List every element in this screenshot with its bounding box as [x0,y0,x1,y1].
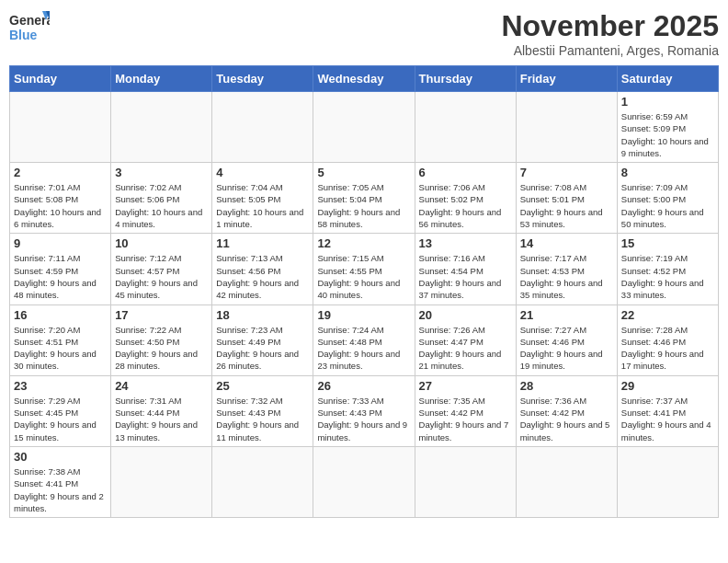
calendar-cell: 9Sunrise: 7:11 AM Sunset: 4:59 PM Daylig… [10,234,111,304]
calendar-cell: 5Sunrise: 7:05 AM Sunset: 5:04 PM Daylig… [313,163,415,234]
day-info: Sunrise: 7:23 AM Sunset: 4:49 PM Dayligh… [216,324,309,373]
day-info: Sunrise: 7:24 AM Sunset: 4:48 PM Dayligh… [317,324,410,373]
calendar-cell: 27Sunrise: 7:35 AM Sunset: 4:42 PM Dayli… [415,375,516,446]
calendar-cell [617,446,718,517]
calendar-cell [111,92,212,163]
calendar-cell: 11Sunrise: 7:13 AM Sunset: 4:56 PM Dayli… [212,234,313,304]
day-info: Sunrise: 7:09 AM Sunset: 5:00 PM Dayligh… [621,181,714,230]
calendar-cell: 1Sunrise: 6:59 AM Sunset: 5:09 PM Daylig… [617,92,718,163]
day-info: Sunrise: 7:02 AM Sunset: 5:06 PM Dayligh… [115,181,208,230]
day-number: 7 [520,166,613,179]
day-info: Sunrise: 7:29 AM Sunset: 4:45 PM Dayligh… [14,395,107,443]
calendar-week-row: 9Sunrise: 7:11 AM Sunset: 4:59 PM Daylig… [10,234,719,304]
day-info: Sunrise: 7:38 AM Sunset: 4:41 PM Dayligh… [14,465,107,514]
day-info: Sunrise: 7:20 AM Sunset: 4:51 PM Dayligh… [14,324,107,373]
day-info: Sunrise: 7:32 AM Sunset: 4:43 PM Dayligh… [216,395,309,443]
col-header-sunday: Sunday [10,66,111,92]
day-number: 14 [520,236,613,250]
calendar-cell: 22Sunrise: 7:28 AM Sunset: 4:46 PM Dayli… [617,304,718,375]
calendar-cell: 26Sunrise: 7:33 AM Sunset: 4:43 PM Dayli… [313,375,415,446]
calendar-cell: 17Sunrise: 7:22 AM Sunset: 4:50 PM Dayli… [111,304,212,375]
day-number: 11 [216,236,309,250]
day-info: Sunrise: 7:01 AM Sunset: 5:08 PM Dayligh… [14,181,107,230]
calendar-cell: 24Sunrise: 7:31 AM Sunset: 4:44 PM Dayli… [111,375,212,446]
calendar-cell: 18Sunrise: 7:23 AM Sunset: 4:49 PM Dayli… [212,304,313,375]
day-number: 30 [14,450,107,464]
col-header-tuesday: Tuesday [212,66,313,92]
day-number: 23 [14,379,107,393]
day-number: 13 [419,236,512,250]
day-number: 10 [115,236,208,250]
day-info: Sunrise: 7:26 AM Sunset: 4:47 PM Dayligh… [419,324,512,373]
day-number: 21 [520,308,613,322]
day-info: Sunrise: 7:06 AM Sunset: 5:02 PM Dayligh… [419,181,512,230]
calendar-cell: 28Sunrise: 7:36 AM Sunset: 4:42 PM Dayli… [516,375,617,446]
calendar-cell [313,446,415,517]
calendar-cell: 4Sunrise: 7:04 AM Sunset: 5:05 PM Daylig… [212,163,313,234]
day-number: 22 [621,308,714,322]
day-number: 20 [419,308,512,322]
day-number: 25 [216,379,309,393]
calendar-header-row: SundayMondayTuesdayWednesdayThursdayFrid… [10,66,719,92]
day-number: 3 [115,166,208,179]
calendar-cell: 13Sunrise: 7:16 AM Sunset: 4:54 PM Dayli… [415,234,516,304]
calendar-cell: 14Sunrise: 7:17 AM Sunset: 4:53 PM Dayli… [516,234,617,304]
day-number: 5 [317,166,410,179]
day-info: Sunrise: 7:19 AM Sunset: 4:52 PM Dayligh… [621,252,714,301]
day-info: Sunrise: 6:59 AM Sunset: 5:09 PM Dayligh… [621,110,714,159]
day-info: Sunrise: 7:28 AM Sunset: 4:46 PM Dayligh… [621,324,714,373]
calendar-cell [111,446,212,517]
day-info: Sunrise: 7:15 AM Sunset: 4:55 PM Dayligh… [317,252,410,301]
day-number: 2 [14,166,107,179]
calendar-cell: 8Sunrise: 7:09 AM Sunset: 5:00 PM Daylig… [617,163,718,234]
day-number: 18 [216,308,309,322]
page-header: General Blue November 2025 Albestii Pama… [9,9,719,58]
calendar-cell: 7Sunrise: 7:08 AM Sunset: 5:01 PM Daylig… [516,163,617,234]
calendar-cell [516,446,617,517]
calendar-cell [313,92,415,163]
logo: General Blue [9,9,50,44]
day-info: Sunrise: 7:33 AM Sunset: 4:43 PM Dayligh… [317,395,410,443]
day-number: 6 [419,166,512,179]
calendar-week-row: 1Sunrise: 6:59 AM Sunset: 5:09 PM Daylig… [10,92,719,163]
day-number: 17 [115,308,208,322]
day-info: Sunrise: 7:22 AM Sunset: 4:50 PM Dayligh… [115,324,208,373]
day-number: 29 [621,379,714,393]
col-header-monday: Monday [111,66,212,92]
calendar-week-row: 16Sunrise: 7:20 AM Sunset: 4:51 PM Dayli… [10,304,719,375]
calendar-cell: 3Sunrise: 7:02 AM Sunset: 5:06 PM Daylig… [111,163,212,234]
day-number: 9 [14,236,107,250]
calendar-cell: 10Sunrise: 7:12 AM Sunset: 4:57 PM Dayli… [111,234,212,304]
month-title: November 2025 [501,9,719,43]
day-number: 8 [621,166,714,179]
logo-container: General Blue [9,9,50,44]
logo-svg: General Blue [9,9,50,44]
calendar-cell [212,92,313,163]
calendar-cell: 30Sunrise: 7:38 AM Sunset: 4:41 PM Dayli… [10,446,111,517]
col-header-thursday: Thursday [415,66,516,92]
day-info: Sunrise: 7:11 AM Sunset: 4:59 PM Dayligh… [14,252,107,301]
day-number: 16 [14,308,107,322]
calendar-cell [10,92,111,163]
day-info: Sunrise: 7:35 AM Sunset: 4:42 PM Dayligh… [419,395,512,443]
col-header-saturday: Saturday [617,66,718,92]
day-info: Sunrise: 7:04 AM Sunset: 5:05 PM Dayligh… [216,181,309,230]
calendar-cell [212,446,313,517]
day-number: 12 [317,236,410,250]
day-info: Sunrise: 7:36 AM Sunset: 4:42 PM Dayligh… [520,395,613,443]
day-number: 19 [317,308,410,322]
day-number: 4 [216,166,309,179]
day-info: Sunrise: 7:08 AM Sunset: 5:01 PM Dayligh… [520,181,613,230]
day-number: 26 [317,379,410,393]
calendar-cell: 6Sunrise: 7:06 AM Sunset: 5:02 PM Daylig… [415,163,516,234]
calendar-cell: 16Sunrise: 7:20 AM Sunset: 4:51 PM Dayli… [10,304,111,375]
day-info: Sunrise: 7:27 AM Sunset: 4:46 PM Dayligh… [520,324,613,373]
day-info: Sunrise: 7:05 AM Sunset: 5:04 PM Dayligh… [317,181,410,230]
day-info: Sunrise: 7:31 AM Sunset: 4:44 PM Dayligh… [115,395,208,443]
day-number: 1 [621,95,714,109]
calendar-cell [516,92,617,163]
day-info: Sunrise: 7:13 AM Sunset: 4:56 PM Dayligh… [216,252,309,301]
calendar-cell: 20Sunrise: 7:26 AM Sunset: 4:47 PM Dayli… [415,304,516,375]
location-subtitle: Albestii Pamanteni, Arges, Romania [501,43,719,58]
day-info: Sunrise: 7:12 AM Sunset: 4:57 PM Dayligh… [115,252,208,301]
